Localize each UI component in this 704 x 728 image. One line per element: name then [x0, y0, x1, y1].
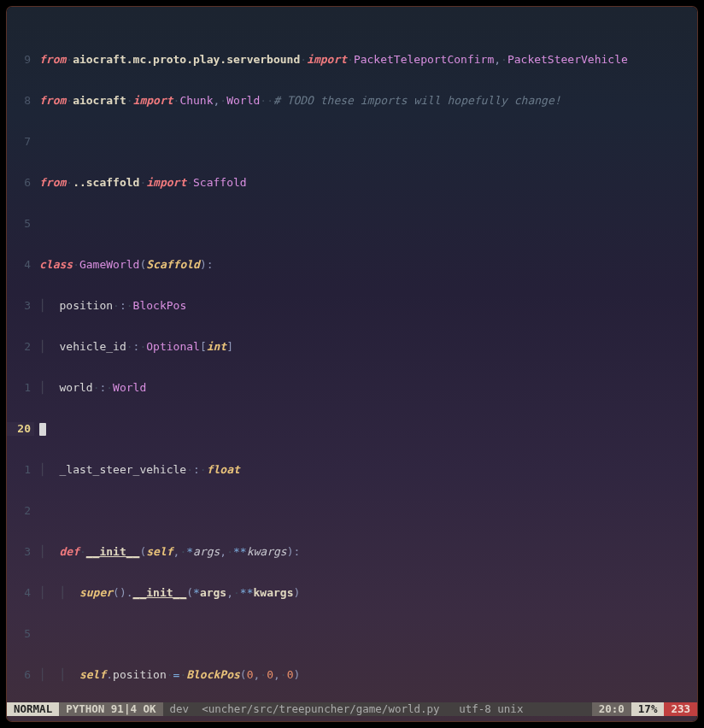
code-line[interactable]: 5	[7, 627, 697, 641]
code-line[interactable]: 7	[7, 135, 697, 149]
status-position: 20:0	[592, 702, 631, 716]
code-area[interactable]: 9from·aiocraft.mc.proto.play.serverbound…	[7, 12, 697, 704]
code-line[interactable]: 2	[7, 504, 697, 518]
code-line[interactable]: 4class·GameWorld(Scaffold):	[7, 258, 697, 272]
code-line[interactable]: 3│ def·__init__(self,·*args,·**kwargs):	[7, 545, 697, 559]
code-line[interactable]: 1│ world·:·World	[7, 381, 697, 395]
gutter: 9	[7, 53, 34, 67]
code-line[interactable]: 3│ position·:·BlockPos	[7, 299, 697, 313]
code-line-current[interactable]: 20	[7, 422, 697, 436]
status-filetype: PYTHON 91|4 OK	[59, 702, 162, 716]
code-line[interactable]: 8from·aiocraft·import·Chunk,·World··# TO…	[7, 94, 697, 108]
code-line[interactable]: 4│ │ super().__init__(*args,·**kwargs)	[7, 586, 697, 600]
code-line[interactable]: 2│ vehicle_id·:·Optional[int]	[7, 340, 697, 354]
code-line[interactable]: 9from·aiocraft.mc.proto.play.serverbound…	[7, 53, 697, 67]
cursor	[39, 423, 46, 436]
terminal-window: 9from·aiocraft.mc.proto.play.serverbound…	[0, 0, 704, 728]
code-line[interactable]: 6from·..scaffold·import·Scaffold	[7, 176, 697, 190]
status-percent: 17%	[631, 702, 665, 716]
editor-frame: 9from·aiocraft.mc.proto.play.serverbound…	[7, 7, 697, 721]
status-mode: NORMAL	[7, 702, 59, 716]
code-line[interactable]: 1│ _last_steer_vehicle·:·float	[7, 463, 697, 477]
code-line[interactable]: 5	[7, 217, 697, 231]
status-path: dev <uncher/src/treepuncher/game/world.p…	[163, 702, 592, 716]
status-line: NORMAL PYTHON 91|4 OK dev <uncher/src/tr…	[7, 702, 697, 716]
status-right: 233	[664, 702, 697, 716]
code-line[interactable]: 6│ │ self.position·=·BlockPos(0,·0,·0)	[7, 668, 697, 682]
